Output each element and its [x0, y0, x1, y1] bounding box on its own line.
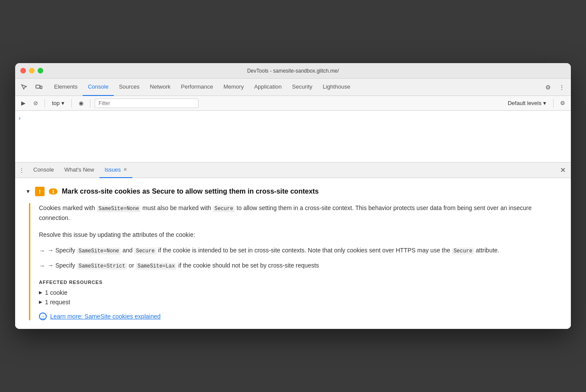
affected-section: AFFECTED RESOURCES ▶ 1 cookie ▶ 1 reques…	[39, 280, 560, 306]
context-selector[interactable]: top ▾	[49, 99, 67, 107]
arrow-icon-1: →	[39, 246, 45, 255]
tab-list: Elements Console Sources Network Perform…	[49, 79, 542, 96]
toolbar-divider	[45, 99, 45, 108]
code-step1-3: Secure	[452, 248, 474, 255]
affected-item-request[interactable]: ▶ 1 request	[39, 299, 560, 306]
panel-more-icon[interactable]: ⋮	[19, 167, 25, 174]
log-levels-selector[interactable]: Default levels ▾	[505, 99, 549, 107]
arrow-icon-2: →	[39, 261, 45, 271]
issue-step-2: → → Specify SameSite=Strict or SameSite=…	[39, 261, 560, 271]
code-samesite-none: SameSite=None	[97, 205, 141, 212]
run-icon[interactable]: ▶	[19, 99, 28, 108]
devtools-window: DevTools - samesite-sandbox.glitch.me/ E…	[15, 63, 571, 329]
issue-title: Mark cross-site cookies as Secure to all…	[62, 188, 319, 195]
issue-count-badge: 1	[49, 188, 58, 194]
tab-security[interactable]: Security	[287, 79, 317, 96]
svg-rect-1	[40, 86, 42, 89]
issue-header: ▼ ! 1 Mark cross-site cookies as Secure …	[26, 187, 560, 196]
devtools-tab-bar: Elements Console Sources Network Perform…	[15, 79, 571, 96]
warning-icon: !	[35, 187, 45, 196]
issue-panel: ▼ ! 1 Mark cross-site cookies as Secure …	[15, 178, 571, 329]
clear-icon[interactable]: ⊘	[31, 99, 40, 108]
settings-icon[interactable]: ⚙	[542, 82, 554, 93]
console-toolbar: ▶ ⊘ top ▾ ◉ Default levels ▾ ⚙	[15, 96, 571, 111]
toolbar-divider-2	[71, 99, 72, 108]
minimize-button[interactable]	[29, 68, 35, 73]
code-step2-1: SameSite=Strict	[77, 263, 127, 270]
toolbar-divider-4	[553, 99, 554, 108]
panel-tab-bar: ⋮ Console What's New Issues ✕ ✕	[15, 163, 571, 178]
panel-tab-console[interactable]: Console	[28, 163, 59, 178]
more-options-icon[interactable]: ⋮	[556, 82, 567, 93]
chevron-down-icon: ▾	[61, 100, 64, 106]
console-chevron[interactable]: ›	[19, 115, 21, 121]
filter-input[interactable]	[95, 99, 199, 108]
tab-memory[interactable]: Memory	[218, 79, 249, 96]
tab-network[interactable]: Network	[145, 79, 176, 96]
tab-elements[interactable]: Elements	[49, 79, 83, 96]
issue-expand-chevron[interactable]: ▼	[26, 188, 31, 194]
window-title: DevTools - samesite-sandbox.glitch.me/	[247, 68, 339, 74]
maximize-button[interactable]	[38, 68, 43, 73]
console-settings-icon[interactable]: ⚙	[558, 99, 567, 108]
learn-more-link[interactable]: → Learn more: SameSite cookies explained	[39, 312, 560, 320]
svg-rect-0	[36, 85, 40, 88]
bottom-panel: ⋮ Console What's New Issues ✕ ✕ ▼ ! 1 Ma…	[15, 163, 571, 329]
traffic-lights	[20, 68, 43, 73]
affected-title: AFFECTED RESOURCES	[39, 280, 560, 285]
issue-step-1: → → Specify SameSite=None and Secure if …	[39, 245, 560, 255]
title-bar: DevTools - samesite-sandbox.glitch.me/	[15, 63, 571, 79]
tab-end-icons: ⚙ ⋮	[542, 82, 567, 93]
code-secure: Secure	[213, 205, 235, 212]
eye-icon[interactable]: ◉	[76, 99, 86, 108]
panel-close-button[interactable]: ✕	[558, 164, 567, 176]
console-area: ›	[15, 111, 571, 163]
issue-resolve-text: Resolve this issue by updating the attri…	[39, 230, 560, 239]
chevron-right-icon: ▶	[39, 290, 42, 295]
device-toggle-icon[interactable]	[33, 82, 45, 93]
code-step1-2: Secure	[134, 248, 156, 255]
toolbar-divider-3	[90, 99, 90, 108]
devtools-icons	[19, 82, 45, 93]
close-button[interactable]	[20, 68, 26, 73]
panel-tab-issues[interactable]: Issues ✕	[99, 163, 133, 178]
issue-body: Cookies marked with SameSite=None must a…	[29, 203, 560, 320]
code-step2-2: SameSite=Lax	[136, 263, 176, 270]
chevron-right-icon-2: ▶	[39, 300, 42, 304]
close-icon[interactable]: ✕	[123, 167, 127, 172]
tab-console[interactable]: Console	[83, 79, 114, 96]
chevron-down-icon: ▾	[543, 100, 546, 106]
tab-application[interactable]: Application	[249, 79, 287, 96]
code-step1-1: SameSite=None	[77, 248, 121, 255]
tab-lighthouse[interactable]: Lighthouse	[317, 79, 355, 96]
tab-sources[interactable]: Sources	[114, 79, 145, 96]
issue-description: Cookies marked with SameSite=None must a…	[39, 203, 560, 223]
affected-item-cookie[interactable]: ▶ 1 cookie	[39, 289, 560, 296]
panel-tab-whats-new[interactable]: What's New	[59, 163, 99, 178]
inspector-icon[interactable]	[19, 82, 30, 93]
tab-performance[interactable]: Performance	[176, 79, 218, 96]
learn-more-icon: →	[39, 312, 47, 320]
